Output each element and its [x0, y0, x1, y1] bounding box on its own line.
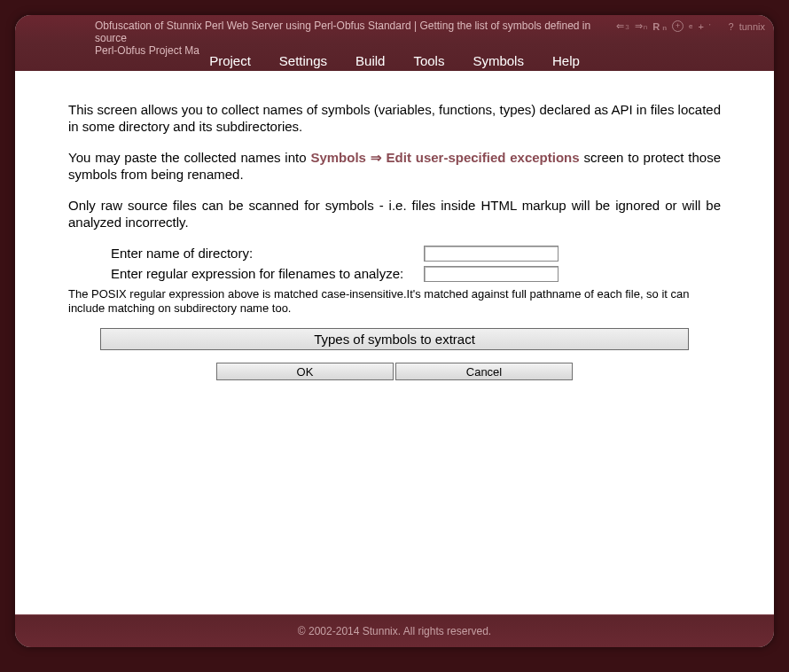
regex-input[interactable]: [424, 266, 559, 282]
cancel-button[interactable]: Cancel: [395, 363, 573, 380]
menu-project[interactable]: Project: [209, 53, 251, 68]
form: Enter name of directory: Enter regular e…: [111, 245, 721, 282]
reload-icon[interactable]: R n: [652, 21, 667, 32]
intro-paragraph-2: You may paste the collected names into S…: [68, 149, 721, 183]
forward-icon[interactable]: ⇒ n: [635, 20, 647, 32]
menu-help[interactable]: Help: [552, 53, 580, 68]
ok-button[interactable]: OK: [216, 363, 394, 380]
directory-input[interactable]: [424, 246, 559, 262]
zoom-in-icon[interactable]: +: [672, 20, 684, 32]
toolbar-icons: ⇐ 3 ⇒ n R n +е +' ?tunnix: [616, 19, 765, 32]
menu-tools[interactable]: Tools: [413, 53, 444, 68]
button-row: OK Cancel: [68, 363, 721, 380]
copyright: © 2002-2014 Stunnix. All rights reserved…: [298, 625, 491, 637]
symbols-edit-link: Symbols ⇒ Edit user-specified exceptions: [310, 150, 579, 165]
menu-symbols[interactable]: Symbols: [473, 53, 524, 68]
footer: © 2002-2014 Stunnix. All rights reserved…: [15, 614, 774, 647]
brand-suffix: tunnix: [739, 21, 765, 32]
intro-paragraph-1: This screen allows you to collect names …: [68, 101, 721, 135]
menu-settings[interactable]: Settings: [279, 53, 327, 68]
regex-note: The POSIX regular expression above is ma…: [68, 287, 721, 316]
help-icon[interactable]: ?: [729, 21, 734, 32]
types-of-symbols-button[interactable]: Types of symbols to extract: [100, 328, 689, 350]
add-icon[interactable]: +: [699, 21, 704, 32]
app-window: Obfuscation of Stunnix Perl Web Server u…: [15, 15, 774, 647]
directory-label: Enter name of directory:: [111, 245, 424, 262]
header: Obfuscation of Stunnix Perl Web Server u…: [15, 15, 774, 71]
content-area: This screen allows you to collect names …: [15, 71, 774, 614]
menu-build[interactable]: Build: [355, 53, 385, 68]
main-menu: Project Settings Build Tools Symbols Hel…: [15, 51, 774, 68]
intro-paragraph-3: Only raw source files can be scanned for…: [68, 197, 721, 231]
back-icon[interactable]: ⇐ 3: [616, 20, 629, 32]
regex-label: Enter regular expression for filenames t…: [111, 265, 424, 282]
